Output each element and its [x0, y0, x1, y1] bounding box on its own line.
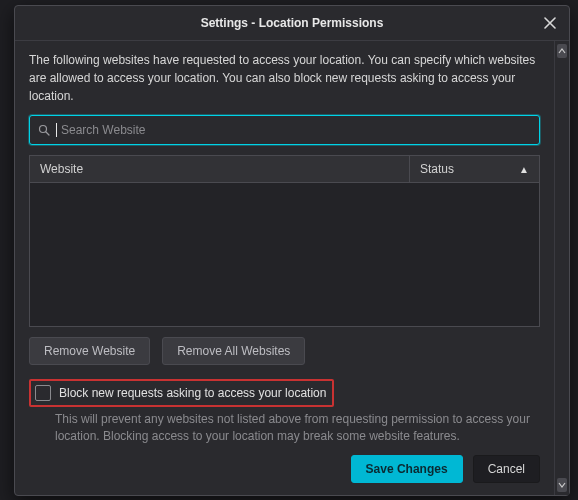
column-header-status[interactable]: Status ▲ — [409, 156, 539, 182]
scroll-up-button[interactable] — [557, 44, 567, 58]
column-header-website[interactable]: Website — [30, 156, 409, 182]
close-icon — [544, 17, 556, 29]
permissions-table: Website Status ▲ — [29, 155, 540, 327]
remove-all-websites-button[interactable]: Remove All Websites — [162, 337, 305, 365]
remove-website-button[interactable]: Remove Website — [29, 337, 150, 365]
search-input[interactable] — [59, 122, 531, 138]
search-field[interactable] — [29, 115, 540, 145]
chevron-up-icon — [558, 48, 566, 54]
table-body — [29, 183, 540, 327]
text-cursor — [56, 123, 57, 137]
svg-point-0 — [40, 126, 47, 133]
block-new-requests-label: Block new requests asking to access your… — [59, 386, 326, 400]
cancel-button[interactable]: Cancel — [473, 455, 540, 483]
close-button[interactable] — [537, 10, 563, 36]
vertical-scrollbar[interactable] — [554, 41, 569, 495]
sort-arrow-up-icon: ▲ — [519, 164, 529, 175]
location-permissions-dialog: Settings - Location Permissions The foll… — [14, 5, 570, 496]
dialog-titlebar: Settings - Location Permissions — [15, 6, 569, 41]
block-new-requests-checkbox[interactable] — [35, 385, 51, 401]
dialog-description: The following websites have requested to… — [29, 51, 540, 105]
dialog-title: Settings - Location Permissions — [201, 16, 384, 30]
scroll-down-button[interactable] — [557, 478, 567, 492]
chevron-down-icon — [558, 482, 566, 488]
svg-line-1 — [46, 132, 49, 135]
table-header: Website Status ▲ — [29, 155, 540, 183]
save-changes-button[interactable]: Save Changes — [351, 455, 463, 483]
block-new-requests-hint: This will prevent any websites not liste… — [55, 411, 540, 445]
block-new-requests-option: Block new requests asking to access your… — [29, 379, 334, 407]
search-icon — [38, 124, 50, 136]
